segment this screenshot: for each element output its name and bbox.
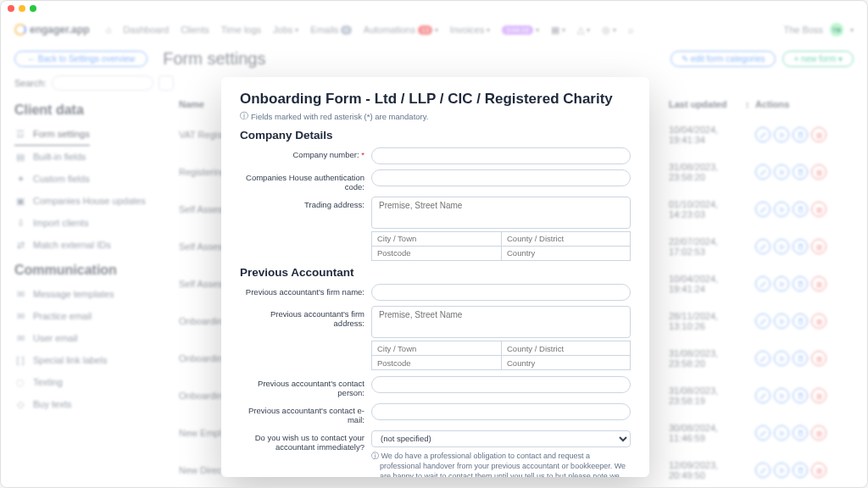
row-updated: 31/08/2023, 23:58:20	[669, 348, 745, 369]
back-button[interactable]: ← Back to Settings overview	[14, 51, 147, 67]
copy-icon[interactable]	[793, 313, 808, 329]
copy-icon[interactable]	[793, 276, 808, 291]
avatar[interactable]: TB	[830, 23, 843, 36]
max-dot[interactable]	[30, 5, 36, 12]
nav-emails[interactable]: Emails 0	[310, 25, 351, 35]
input-prev-premise[interactable]	[371, 306, 631, 338]
close-dot[interactable]	[8, 5, 14, 12]
edit-icon[interactable]	[755, 351, 771, 366]
input-prev-contact[interactable]	[371, 376, 631, 393]
nav-clients[interactable]: Clients	[181, 25, 209, 35]
input-trading-country[interactable]	[501, 246, 631, 261]
edit-icon[interactable]	[755, 239, 771, 254]
copy-icon[interactable]	[793, 164, 808, 180]
delete-icon[interactable]	[811, 313, 826, 329]
copy-icon[interactable]	[793, 425, 808, 441]
delete-icon[interactable]	[811, 388, 826, 403]
sidebar-item-custom[interactable]: ✦Custom fields	[14, 168, 157, 190]
play-icon[interactable]	[774, 463, 789, 478]
input-ch-auth[interactable]	[371, 169, 631, 186]
logo[interactable]: engager.app	[14, 24, 90, 36]
edit-icon[interactable]	[755, 425, 771, 441]
sidebar-item-texting[interactable]: ◌Texting	[14, 371, 157, 393]
col-updated[interactable]: Last updated	[669, 99, 745, 109]
play-icon[interactable]	[774, 388, 789, 403]
chat-icon: ✉	[14, 288, 26, 300]
play-icon[interactable]	[774, 276, 789, 291]
play-icon[interactable]	[774, 164, 789, 180]
delete-icon[interactable]	[811, 351, 826, 366]
nav-automations[interactable]: Automations 13 ▾	[364, 25, 438, 35]
copy-icon[interactable]	[793, 351, 808, 366]
nav-timelogs[interactable]: Time logs	[221, 25, 261, 35]
copy-icon[interactable]	[793, 388, 808, 403]
new-form-button[interactable]: + new form ▾	[782, 51, 854, 67]
sort-icon[interactable]: ↕	[745, 99, 755, 109]
edit-icon[interactable]	[755, 202, 771, 217]
search-filter-icon[interactable]	[159, 75, 174, 91]
delete-icon[interactable]	[811, 463, 826, 478]
sidebar-item-user-email[interactable]: ✉User email	[14, 327, 157, 349]
edit-icon[interactable]	[755, 313, 771, 329]
sidebar-item-special-links[interactable]: [ ]Special link labels	[14, 349, 157, 371]
bell-icon[interactable]: △ ▾	[577, 25, 590, 36]
edit-icon[interactable]	[755, 127, 771, 142]
edit-categories-button[interactable]: ✎ edit form categories	[670, 51, 776, 67]
sidebar-item-templates[interactable]: ✉Message templates	[14, 283, 157, 305]
sidebar-item-practice-email[interactable]: ✉Practice email	[14, 305, 157, 327]
input-prev-county[interactable]	[501, 341, 631, 356]
sidebar-item-builtin[interactable]: ▤Built-in fields	[14, 146, 157, 168]
sms-icon: ◌	[14, 376, 26, 388]
nav-jobs[interactable]: Jobs ▾	[273, 25, 298, 35]
copy-icon[interactable]	[793, 239, 808, 254]
select-contact-immediately[interactable]: (not specified)	[371, 430, 631, 447]
help-icon[interactable]: ◎ ▾	[602, 25, 616, 36]
timer-pill[interactable]: 3:04:18 ▾	[502, 25, 539, 35]
delete-icon[interactable]	[811, 425, 826, 441]
delete-icon[interactable]	[811, 202, 826, 217]
edit-icon[interactable]	[755, 276, 771, 291]
sidebar-item-import[interactable]: ⇩Import clients	[14, 212, 157, 234]
row-updated: 10/04/2024, 19:41:34	[669, 125, 745, 145]
nav-invoices[interactable]: Invoices ▾	[450, 25, 490, 35]
sidebar-item-ch-updates[interactable]: ▣Companies House updates	[14, 190, 157, 212]
edit-icon[interactable]	[755, 164, 771, 180]
contact-info-note: We do have a professional obligation to …	[371, 451, 631, 478]
copy-icon[interactable]	[793, 202, 808, 217]
delete-icon[interactable]	[811, 164, 826, 180]
row-actions	[755, 127, 849, 142]
input-prev-firm[interactable]	[371, 284, 631, 301]
play-icon[interactable]	[774, 239, 789, 254]
home-icon[interactable]: ⌂	[106, 25, 112, 35]
edit-icon[interactable]	[755, 388, 771, 403]
search-input[interactable]	[52, 75, 153, 91]
input-company-number[interactable]	[371, 147, 631, 164]
sidebar-item-match[interactable]: ⇄Match external IDs	[14, 234, 157, 256]
sidebar-item-buy-texts[interactable]: ◇Buy texts	[14, 393, 157, 415]
input-trading-county[interactable]	[501, 231, 631, 247]
play-icon[interactable]	[774, 313, 789, 329]
copy-icon[interactable]	[793, 463, 808, 478]
search-icon[interactable]: ⌕	[628, 25, 634, 35]
play-icon[interactable]	[774, 202, 789, 217]
edit-icon[interactable]	[755, 463, 771, 478]
sidebar-item-form-settings[interactable]: ☲Form settings	[14, 123, 90, 146]
grid-icon[interactable]: ▦ ▾	[551, 25, 565, 36]
min-dot[interactable]	[19, 5, 25, 12]
input-prev-country[interactable]	[501, 355, 631, 370]
delete-icon[interactable]	[811, 239, 826, 254]
delete-icon[interactable]	[811, 276, 826, 291]
input-trading-postcode[interactable]	[371, 246, 501, 261]
play-icon[interactable]	[774, 425, 789, 441]
input-prev-postcode[interactable]	[371, 355, 501, 370]
nav-dashboard[interactable]: Dashboard	[123, 25, 169, 35]
input-trading-premise[interactable]	[371, 197, 631, 229]
input-prev-city[interactable]	[371, 341, 501, 356]
input-prev-email[interactable]	[371, 403, 631, 420]
copy-icon[interactable]	[793, 127, 808, 142]
delete-icon[interactable]	[811, 127, 826, 142]
user-menu-caret[interactable]: ▾	[850, 26, 854, 34]
play-icon[interactable]	[774, 127, 789, 142]
play-icon[interactable]	[774, 351, 789, 366]
input-trading-city[interactable]	[371, 231, 501, 247]
